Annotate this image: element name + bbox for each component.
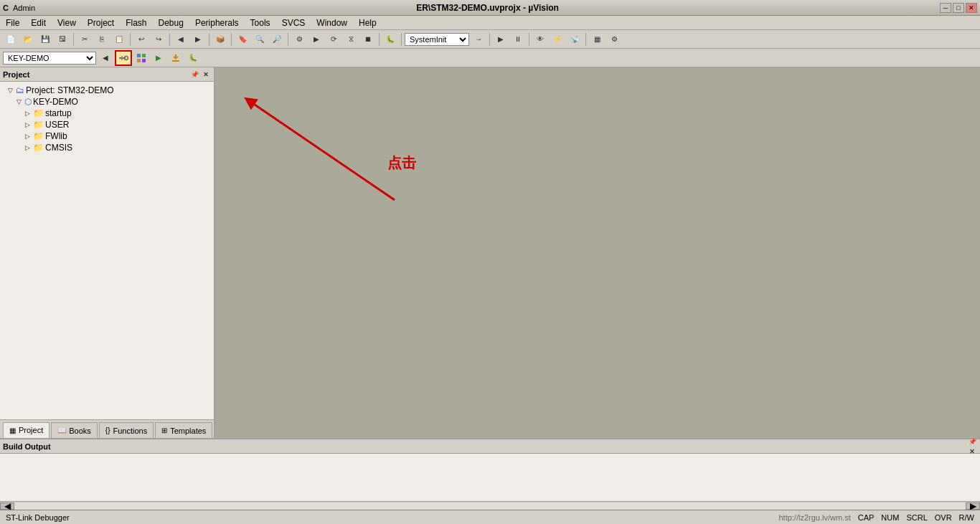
sep11: [585, 33, 586, 46]
copy-button[interactable]: ⎘: [94, 32, 110, 47]
sep10: [529, 33, 529, 46]
status-website: http://lz2rgu.lv/wm.st: [778, 513, 850, 522]
title-buttons: ─ □ ✕: [940, 3, 977, 13]
folder-icon-startup: 📁: [33, 108, 44, 118]
scroll-left-button[interactable]: ◀: [0, 502, 14, 510]
svg-rect-2: [121, 56, 123, 60]
find-button[interactable]: 🔍: [252, 32, 268, 47]
target-icon: ⬡: [24, 97, 32, 107]
bookmark-button[interactable]: 🔖: [235, 32, 250, 47]
watch-button[interactable]: 👁: [532, 32, 548, 47]
tree-item-fwlib[interactable]: ▷ 📁 FWlib: [0, 130, 214, 142]
menu-bar: File Edit View Project Flash Debug Perip…: [0, 16, 980, 30]
project-icon: 🗂: [16, 85, 24, 95]
sep8: [401, 33, 402, 46]
download-btn[interactable]: [168, 51, 184, 65]
menu-help[interactable]: Help: [353, 16, 382, 29]
project-dropdown[interactable]: KEY-DEMO: [3, 52, 96, 65]
menu-peripherals[interactable]: Peripherals: [189, 16, 245, 29]
paste-button[interactable]: 📋: [111, 32, 127, 47]
redo-button[interactable]: ↪: [151, 32, 166, 47]
status-indicators: http://lz2rgu.lv/wm.st CAP NUM SCRL OVR …: [778, 513, 974, 522]
menu-file[interactable]: File: [0, 16, 25, 29]
sep6: [288, 33, 288, 46]
search-button[interactable]: 🔎: [269, 32, 285, 47]
close-panel-button[interactable]: ✕: [201, 70, 211, 80]
main-editor-area: 点击: [215, 67, 980, 438]
build-output-panel: Build Output 📌 ✕ ◀ ▶: [0, 438, 980, 510]
tab-books[interactable]: 📖 Books: [51, 422, 98, 438]
toggle-key-demo[interactable]: ▽: [14, 97, 23, 106]
halt-button[interactable]: ⏸: [510, 32, 526, 47]
toggle-fwlib[interactable]: ▷: [23, 132, 32, 140]
save-button[interactable]: 💾: [37, 32, 53, 47]
menu-project[interactable]: Project: [82, 16, 120, 29]
tab-project[interactable]: ▦ Project: [3, 422, 50, 438]
serial-button[interactable]: 📡: [567, 32, 583, 47]
tree-item-root[interactable]: ▽ 🗂 Project: STM32-DEMO: [0, 85, 214, 96]
open-file-button[interactable]: 📂: [20, 32, 36, 47]
run-button[interactable]: ▶: [493, 32, 509, 47]
target-options-wrap: [115, 50, 132, 66]
tree-item-key-demo[interactable]: ▽ ⬡ KEY-DEMO: [0, 96, 214, 108]
toggle-root[interactable]: ▽: [6, 86, 14, 95]
status-num: NUM: [881, 513, 899, 522]
layout-button[interactable]: ▦: [589, 32, 605, 47]
toggle-user[interactable]: ▷: [23, 120, 32, 129]
prev-button[interactable]: ◀: [98, 51, 113, 65]
svg-point-1: [125, 56, 128, 59]
toggle-cmsis[interactable]: ▷: [23, 143, 32, 152]
save-all-button[interactable]: 🖫: [55, 32, 70, 47]
panel-header-buttons: 📌 ✕: [189, 70, 211, 80]
scroll-right-button[interactable]: ▶: [966, 502, 980, 510]
compile-button[interactable]: ⚙: [291, 32, 307, 47]
tree-item-startup[interactable]: ▷ 📁 startup: [0, 108, 214, 119]
build-btn2[interactable]: ▶: [151, 51, 166, 65]
tab-templates[interactable]: ⊞ Templates: [155, 422, 212, 438]
debug-btn2[interactable]: 🐛: [185, 51, 201, 65]
menu-debug[interactable]: Debug: [153, 16, 189, 29]
manage-components-button[interactable]: [133, 51, 149, 65]
tree-item-user[interactable]: ▷ 📁 USER: [0, 119, 214, 130]
status-debugger: ST-Link Debugger: [6, 513, 70, 522]
svg-rect-3: [137, 54, 141, 57]
rebuild-button[interactable]: ⟳: [326, 32, 341, 47]
status-rw: R/W: [959, 513, 974, 522]
braces-icon: {}: [105, 427, 110, 434]
cut-button[interactable]: ✂: [77, 32, 93, 47]
stop-button[interactable]: ⏹: [360, 32, 376, 47]
target-options-button[interactable]: [115, 50, 132, 66]
pin-button[interactable]: 📌: [189, 70, 199, 80]
systeminit-dropdown[interactable]: SystemInit: [405, 33, 469, 46]
undo-button[interactable]: ↩: [133, 32, 149, 47]
tree-label-startup: startup: [45, 108, 72, 118]
menu-flash[interactable]: Flash: [120, 16, 152, 29]
tree-item-cmsis[interactable]: ▷ 📁 CMSIS: [0, 142, 214, 153]
menu-tools[interactable]: Tools: [245, 16, 276, 29]
menu-view[interactable]: View: [52, 16, 82, 29]
close-button[interactable]: ✕: [966, 3, 977, 13]
nav-forward-button[interactable]: ▶: [190, 32, 206, 47]
manage-icon: [136, 53, 146, 63]
title-left: C Admin: [3, 4, 35, 12]
tab-project-label: Project: [19, 426, 43, 434]
maximize-button[interactable]: □: [953, 3, 964, 13]
nav-back-button[interactable]: ◀: [173, 32, 189, 47]
load-button[interactable]: 📦: [212, 32, 228, 47]
settings-button[interactable]: ⚙: [606, 32, 622, 47]
batch-build-button[interactable]: ⧖: [343, 32, 359, 47]
sep7: [379, 33, 380, 46]
periph-button[interactable]: ⚡: [550, 32, 565, 47]
menu-edit[interactable]: Edit: [25, 16, 52, 29]
menu-window[interactable]: Window: [311, 16, 353, 29]
menu-svcs[interactable]: SVCS: [276, 16, 311, 29]
minimize-button[interactable]: ─: [940, 3, 951, 13]
tab-functions[interactable]: {} Functions: [99, 422, 154, 438]
tree-label-root: Project: STM32-DEMO: [26, 85, 114, 95]
goto-button[interactable]: →: [471, 32, 486, 47]
project-tree: ▽ 🗂 Project: STM32-DEMO ▽ ⬡ KEY-DEMO ▷ 📁…: [0, 82, 214, 419]
new-file-button[interactable]: 📄: [3, 32, 19, 47]
debug-button[interactable]: 🐛: [382, 32, 398, 47]
toggle-startup[interactable]: ▷: [23, 109, 32, 118]
build-button[interactable]: ▶: [308, 32, 324, 47]
